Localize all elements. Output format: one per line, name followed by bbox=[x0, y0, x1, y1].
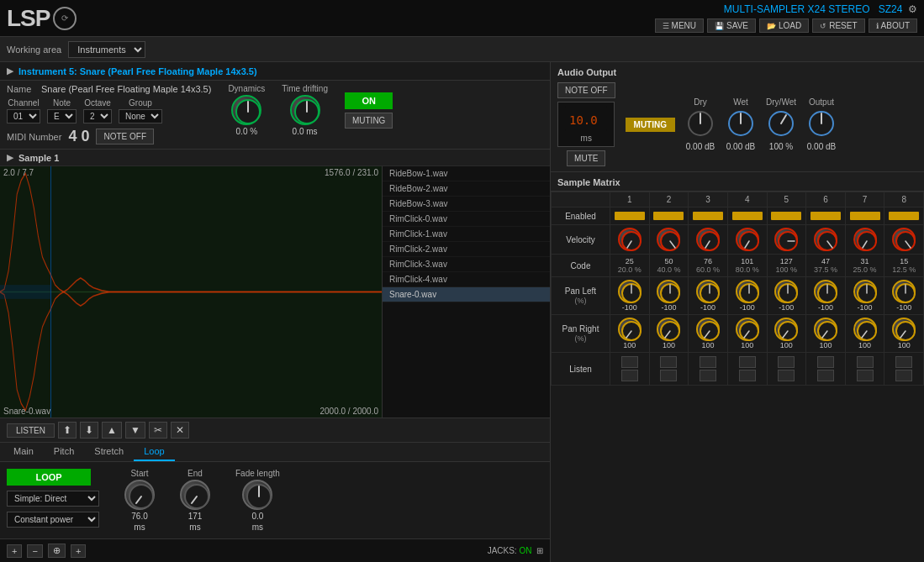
dry-knob[interactable] bbox=[685, 108, 715, 140]
tab-main[interactable]: Main bbox=[3, 443, 44, 461]
pan-left-3[interactable]: -100 bbox=[689, 277, 728, 315]
pan-left-6[interactable]: -100 bbox=[806, 277, 846, 315]
load-button[interactable]: 📂LOAD bbox=[759, 18, 809, 33]
velocity-1[interactable] bbox=[610, 225, 650, 255]
pan-right-1[interactable]: 100 bbox=[610, 315, 650, 353]
jacks-icon[interactable]: ⊞ bbox=[536, 546, 543, 555]
muting-button-right[interactable]: MUTING bbox=[345, 113, 393, 129]
move-down-button[interactable]: ⬇ bbox=[80, 422, 98, 439]
tab-loop[interactable]: Loop bbox=[134, 443, 174, 461]
tab-pitch[interactable]: Pitch bbox=[44, 443, 84, 461]
on-button[interactable]: ON bbox=[345, 92, 393, 109]
dynamics-knob[interactable] bbox=[231, 95, 261, 125]
listen-button[interactable]: LISTEN bbox=[7, 423, 55, 438]
code-3: 7660.0 % bbox=[689, 255, 728, 277]
menu-button[interactable]: ☰MENU bbox=[655, 18, 704, 33]
delete-button[interactable]: ✕ bbox=[171, 422, 189, 439]
sample-expand-icon[interactable]: ▶ bbox=[7, 152, 13, 163]
velocity-8[interactable] bbox=[884, 225, 924, 255]
listen-cell-2[interactable] bbox=[649, 353, 689, 386]
start-value: 76.0 bbox=[131, 512, 147, 521]
listen-cell-5[interactable] bbox=[767, 353, 806, 386]
loop-direct-select[interactable]: Simple: Direct bbox=[7, 491, 99, 507]
listen-cell-8[interactable] bbox=[884, 353, 924, 386]
start-knob[interactable] bbox=[124, 480, 155, 510]
plugin-settings-icon[interactable]: ⚙ bbox=[908, 3, 917, 15]
cut-button[interactable]: ✂ bbox=[149, 422, 167, 439]
dry-wet-knob[interactable] bbox=[766, 108, 796, 140]
pan-left-7[interactable]: -100 bbox=[845, 277, 884, 315]
output-knob[interactable] bbox=[806, 108, 837, 140]
loop-crossfade-select[interactable]: Constant power bbox=[7, 512, 99, 528]
velocity-5[interactable] bbox=[767, 225, 806, 255]
pan-left-4[interactable]: -100 bbox=[727, 277, 767, 315]
mute-button[interactable]: MUTE bbox=[567, 150, 605, 166]
enabled-3 bbox=[689, 207, 728, 225]
file-item[interactable]: RimClick-0.wav bbox=[383, 212, 550, 227]
add-button[interactable]: + bbox=[7, 544, 22, 558]
pan-left-5[interactable]: -100 bbox=[767, 277, 806, 315]
file-item[interactable]: RimClick-3.wav bbox=[383, 257, 550, 272]
move-bottom-button[interactable]: ▼ bbox=[125, 422, 145, 439]
working-area-select[interactable]: Instruments bbox=[68, 41, 145, 58]
pan-right-4[interactable]: 100 bbox=[727, 315, 767, 353]
about-button[interactable]: ℹABOUT bbox=[869, 18, 917, 33]
velocity-2[interactable] bbox=[649, 225, 689, 255]
file-item[interactable]: RideBow-2.wav bbox=[383, 181, 550, 197]
move-top-button[interactable]: ▲ bbox=[102, 422, 122, 439]
pan-left-2[interactable]: -100 bbox=[649, 277, 689, 315]
ao-muting-button[interactable]: MUTING bbox=[626, 118, 675, 132]
file-item[interactable]: Snare-0.wav bbox=[383, 287, 550, 302]
listen-cell-7[interactable] bbox=[845, 353, 884, 386]
group-select[interactable]: None bbox=[119, 109, 162, 123]
pan-right-6[interactable]: 100 bbox=[806, 315, 846, 353]
pan-right-2[interactable]: 100 bbox=[649, 315, 689, 353]
velocity-7[interactable] bbox=[845, 225, 884, 255]
file-item[interactable]: RimClick-2.wav bbox=[383, 242, 550, 257]
time-drifting-knob[interactable] bbox=[290, 95, 320, 125]
down-button[interactable]: + bbox=[71, 544, 86, 558]
ao-note-off-button[interactable]: NOTE OFF bbox=[557, 82, 615, 98]
fade-value: 0.0 bbox=[251, 512, 263, 521]
velocity-3[interactable] bbox=[689, 225, 728, 255]
note-select[interactable]: E bbox=[47, 109, 77, 123]
col-header-1: 1 bbox=[610, 192, 650, 207]
pan-right-7[interactable]: 100 bbox=[845, 315, 884, 353]
channel-select[interactable]: 01 bbox=[7, 109, 40, 123]
reset-button[interactable]: ↺RESET bbox=[812, 18, 864, 33]
loop-knob-row: Start 76.0 ms End bbox=[124, 469, 280, 532]
octave-group: Octave 2 bbox=[83, 98, 112, 123]
pan-left-8[interactable]: -100 bbox=[884, 277, 924, 315]
end-knob[interactable] bbox=[180, 480, 210, 510]
save-button[interactable]: 💾SAVE bbox=[707, 18, 756, 33]
pan-left-1[interactable]: -100 bbox=[610, 277, 650, 315]
file-item[interactable]: RideBow-1.wav bbox=[383, 166, 550, 181]
velocity-6[interactable] bbox=[806, 225, 846, 255]
duplicate-button[interactable]: ⊕ bbox=[48, 544, 66, 558]
move-up-button[interactable]: ⬆ bbox=[58, 422, 77, 439]
fade-knob[interactable] bbox=[242, 480, 272, 510]
remove-button[interactable]: − bbox=[27, 544, 42, 558]
velocity-4[interactable] bbox=[727, 225, 767, 255]
listen-cell-4[interactable] bbox=[727, 353, 767, 386]
listen-cell-1[interactable] bbox=[610, 353, 650, 386]
wet-knob[interactable] bbox=[726, 108, 756, 140]
jacks-status: ON bbox=[519, 546, 531, 555]
pan-right-8[interactable]: 100 bbox=[884, 315, 924, 353]
audio-output-title: Audio Output bbox=[557, 67, 917, 77]
pan-right-3[interactable]: 100 bbox=[689, 315, 728, 353]
pan-right-5[interactable]: 100 bbox=[767, 315, 806, 353]
tab-stretch[interactable]: Stretch bbox=[84, 443, 134, 461]
octave-select[interactable]: 2 bbox=[83, 109, 112, 123]
file-item[interactable]: RimClick-4.wav bbox=[383, 272, 550, 287]
pan-left-row-label: Pan Left (%) bbox=[552, 277, 610, 315]
loop-button[interactable]: LOOP bbox=[7, 469, 91, 486]
instrument-expand-icon[interactable]: ▶ bbox=[7, 66, 13, 76]
file-item[interactable]: RimClick-1.wav bbox=[383, 227, 550, 242]
file-item[interactable]: RideBow-3.wav bbox=[383, 197, 550, 212]
note-off-button[interactable]: NOTE OFF bbox=[96, 129, 154, 144]
listen-row: LISTEN ⬆ ⬇ ▲ ▼ ✂ ✕ bbox=[0, 418, 550, 442]
listen-cell-3[interactable] bbox=[689, 353, 728, 386]
listen-cell-6[interactable] bbox=[806, 353, 846, 386]
dry-wet-value: 100 % bbox=[769, 142, 793, 151]
